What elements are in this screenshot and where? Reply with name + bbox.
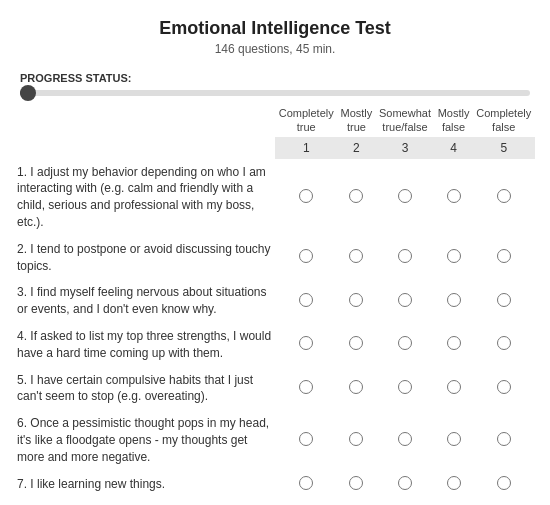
radio-q4-opt3[interactable] xyxy=(398,336,412,350)
radio-q4-opt4[interactable] xyxy=(447,336,461,350)
radio-q3-opt4[interactable] xyxy=(447,293,461,307)
radio-q2-opt2[interactable] xyxy=(349,249,363,263)
radio-q1-opt2[interactable] xyxy=(349,189,363,203)
table-row: 1. I adjust my behavior depending on who… xyxy=(15,159,535,236)
radio-cell-q3-opt1[interactable] xyxy=(275,279,337,323)
radio-cell-q4-opt4[interactable] xyxy=(435,323,473,367)
radio-cell-q5-opt4[interactable] xyxy=(435,367,473,411)
col-num-1: 1 xyxy=(275,137,337,159)
radio-q3-opt3[interactable] xyxy=(398,293,412,307)
col-completely-true-header: Completelytrue xyxy=(275,104,337,137)
radio-q5-opt2[interactable] xyxy=(349,380,363,394)
radio-q6-opt4[interactable] xyxy=(447,432,461,446)
radio-cell-q7-opt1[interactable] xyxy=(275,471,337,498)
radio-q1-opt3[interactable] xyxy=(398,189,412,203)
radio-q6-opt3[interactable] xyxy=(398,432,412,446)
radio-q6-opt5[interactable] xyxy=(497,432,511,446)
question-table-container: Completelytrue Mostlytrue Somewhattrue/f… xyxy=(0,104,550,498)
question-col-header xyxy=(15,104,275,137)
radio-q6-opt1[interactable] xyxy=(299,432,313,446)
number-row-empty xyxy=(15,137,275,159)
radio-q3-opt2[interactable] xyxy=(349,293,363,307)
question-table: Completelytrue Mostlytrue Somewhattrue/f… xyxy=(15,104,535,498)
radio-cell-q7-opt5[interactable] xyxy=(472,471,535,498)
table-row: 2. I tend to postpone or avoid discussin… xyxy=(15,236,535,280)
radio-cell-q7-opt2[interactable] xyxy=(337,471,375,498)
table-row: 3. I find myself feeling nervous about s… xyxy=(15,279,535,323)
radio-q2-opt5[interactable] xyxy=(497,249,511,263)
radio-cell-q1-opt2[interactable] xyxy=(337,159,375,236)
radio-q2-opt4[interactable] xyxy=(447,249,461,263)
column-header-row: Completelytrue Mostlytrue Somewhattrue/f… xyxy=(15,104,535,137)
radio-q7-opt1[interactable] xyxy=(299,476,313,490)
radio-cell-q2-opt5[interactable] xyxy=(472,236,535,280)
col-mostly-true-header: Mostlytrue xyxy=(337,104,375,137)
radio-cell-q5-opt3[interactable] xyxy=(375,367,434,411)
radio-q5-opt4[interactable] xyxy=(447,380,461,394)
radio-cell-q6-opt5[interactable] xyxy=(472,410,535,470)
col-num-2: 2 xyxy=(337,137,375,159)
radio-cell-q5-opt1[interactable] xyxy=(275,367,337,411)
radio-cell-q3-opt5[interactable] xyxy=(472,279,535,323)
radio-q7-opt5[interactable] xyxy=(497,476,511,490)
radio-cell-q5-opt2[interactable] xyxy=(337,367,375,411)
radio-q4-opt2[interactable] xyxy=(349,336,363,350)
radio-cell-q3-opt4[interactable] xyxy=(435,279,473,323)
radio-cell-q4-opt2[interactable] xyxy=(337,323,375,367)
radio-q4-opt1[interactable] xyxy=(299,336,313,350)
radio-cell-q2-opt3[interactable] xyxy=(375,236,434,280)
radio-q6-opt2[interactable] xyxy=(349,432,363,446)
radio-q3-opt1[interactable] xyxy=(299,293,313,307)
table-row: 6. Once a pessimistic thought pops in my… xyxy=(15,410,535,470)
col-somewhat-header: Somewhattrue/false xyxy=(375,104,434,137)
next-button-container: ✦ Next xyxy=(0,498,550,505)
question-text: 6. Once a pessimistic thought pops in my… xyxy=(15,410,275,470)
col-num-3: 3 xyxy=(375,137,434,159)
header: Emotional Intelligence Test 146 question… xyxy=(0,0,550,62)
radio-cell-q1-opt5[interactable] xyxy=(472,159,535,236)
column-number-row: 1 2 3 4 5 xyxy=(15,137,535,159)
radio-cell-q6-opt3[interactable] xyxy=(375,410,434,470)
radio-q7-opt2[interactable] xyxy=(349,476,363,490)
radio-cell-q4-opt3[interactable] xyxy=(375,323,434,367)
radio-cell-q3-opt2[interactable] xyxy=(337,279,375,323)
radio-cell-q1-opt3[interactable] xyxy=(375,159,434,236)
radio-cell-q2-opt2[interactable] xyxy=(337,236,375,280)
radio-q1-opt1[interactable] xyxy=(299,189,313,203)
progress-section: PROGRESS STATUS: xyxy=(0,62,550,104)
col-completely-false-header: Completelyfalse xyxy=(472,104,535,137)
radio-q5-opt3[interactable] xyxy=(398,380,412,394)
radio-cell-q1-opt1[interactable] xyxy=(275,159,337,236)
table-row: 5. I have certain compulsive habits that… xyxy=(15,367,535,411)
radio-q7-opt3[interactable] xyxy=(398,476,412,490)
radio-cell-q1-opt4[interactable] xyxy=(435,159,473,236)
radio-q1-opt5[interactable] xyxy=(497,189,511,203)
table-row: 4. If asked to list my top three strengt… xyxy=(15,323,535,367)
radio-cell-q3-opt3[interactable] xyxy=(375,279,434,323)
radio-q5-opt1[interactable] xyxy=(299,380,313,394)
progress-bar-track xyxy=(20,90,530,96)
radio-q3-opt5[interactable] xyxy=(497,293,511,307)
table-row: 7. I like learning new things. xyxy=(15,471,535,498)
radio-cell-q2-opt1[interactable] xyxy=(275,236,337,280)
progress-knob xyxy=(20,85,36,101)
question-text: 2. I tend to postpone or avoid discussin… xyxy=(15,236,275,280)
radio-cell-q5-opt5[interactable] xyxy=(472,367,535,411)
radio-cell-q7-opt3[interactable] xyxy=(375,471,434,498)
radio-q4-opt5[interactable] xyxy=(497,336,511,350)
radio-q5-opt5[interactable] xyxy=(497,380,511,394)
question-text: 1. I adjust my behavior depending on who… xyxy=(15,159,275,236)
col-num-4: 4 xyxy=(435,137,473,159)
radio-q7-opt4[interactable] xyxy=(447,476,461,490)
radio-cell-q6-opt2[interactable] xyxy=(337,410,375,470)
radio-q1-opt4[interactable] xyxy=(447,189,461,203)
radio-q2-opt1[interactable] xyxy=(299,249,313,263)
radio-cell-q6-opt1[interactable] xyxy=(275,410,337,470)
progress-label: PROGRESS STATUS: xyxy=(20,72,530,84)
radio-cell-q2-opt4[interactable] xyxy=(435,236,473,280)
radio-q2-opt3[interactable] xyxy=(398,249,412,263)
radio-cell-q7-opt4[interactable] xyxy=(435,471,473,498)
radio-cell-q4-opt5[interactable] xyxy=(472,323,535,367)
radio-cell-q6-opt4[interactable] xyxy=(435,410,473,470)
radio-cell-q4-opt1[interactable] xyxy=(275,323,337,367)
